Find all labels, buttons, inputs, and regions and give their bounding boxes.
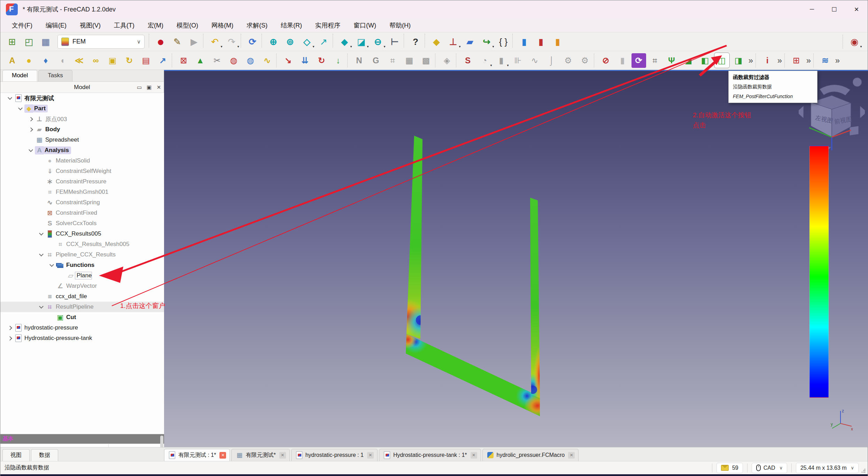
element-fluid-button[interactable]: ▤ (138, 53, 154, 68)
placement-button[interactable]: ⊥ ▾ (445, 34, 461, 49)
post-clip-red-button[interactable]: ⊞ (789, 53, 804, 68)
expander-icon[interactable] (37, 230, 45, 238)
element-rotation-button[interactable]: ↻ (122, 53, 137, 68)
expander-icon[interactable] (47, 240, 56, 248)
tab-data[interactable]: 数据 (31, 449, 58, 461)
whats-this-button[interactable]: ? (408, 34, 424, 49)
tree-item-solverccxtools[interactable]: SolverCcxTools (0, 218, 164, 229)
fem-analysis-button[interactable]: A (5, 53, 20, 68)
expander-icon[interactable] (37, 178, 45, 185)
panel-minimize-icon[interactable]: ▭ (134, 84, 144, 90)
expander-icon[interactable] (26, 115, 35, 123)
undo-button[interactable]: ↶ ▾ (207, 34, 223, 49)
expander-icon[interactable] (58, 272, 66, 279)
menu-model[interactable]: 模型(O) (170, 19, 205, 32)
workbench-selector[interactable]: FEM ∨ (57, 35, 145, 49)
menu-mesh[interactable]: 网格(M) (205, 19, 240, 32)
menu-tools[interactable]: 工具(T) (107, 19, 141, 32)
post-pipeline-button[interactable]: ⌗ (647, 53, 663, 68)
fit-selection-button[interactable]: ⊚ (282, 34, 298, 49)
mdi-tab-macro[interactable]: hydrolic_pressuer.FCMacro ✕ (482, 449, 579, 461)
material-solid-button[interactable]: ● (21, 53, 37, 68)
tab-view[interactable]: 视图 (2, 449, 30, 461)
constraint-tie-button[interactable]: ↓ (331, 53, 346, 68)
menu-macro[interactable]: 宏(M) (141, 19, 170, 32)
box-selection-button[interactable]: ◪ ▾ (354, 34, 369, 49)
mdi-tab-hydrostatic-pressure-tank[interactable]: Hydrostatic-pressure-tank : 1* ✕ (379, 449, 481, 461)
panel-float-icon[interactable]: ▣ (144, 84, 154, 90)
tree-item-cut[interactable]: Cut (0, 312, 164, 323)
clip-view-off-button[interactable]: ▮ (533, 34, 549, 49)
tree-item-constraintspring[interactable]: ConstraintSpring (0, 197, 164, 208)
file-new-button[interactable]: ⊞ (5, 34, 20, 49)
close-icon[interactable]: ✕ (219, 452, 226, 459)
notifications-button[interactable]: 59 (716, 463, 743, 473)
post-waves-info-button[interactable]: ≋ (817, 53, 833, 68)
tree-item-fem-test-doc[interactable]: 有限元测试 (0, 93, 164, 103)
clip-plane-button[interactable]: ↗ (316, 34, 332, 49)
constraint-section-button[interactable]: ✂ (209, 53, 225, 68)
mesh-netgen-button[interactable]: N (351, 53, 367, 68)
clip-view-blue-button[interactable]: ▮ (517, 34, 532, 49)
solver-run-button[interactable]: ∿ (527, 53, 543, 68)
menu-results[interactable]: 结果(R) (274, 19, 309, 32)
solver-elmer-button[interactable]: ◔ ▾ (477, 53, 493, 68)
load-arrows-button[interactable]: ⇊ (297, 53, 313, 68)
tree-item-part[interactable]: Part (0, 103, 164, 114)
constraint-self-weight-button[interactable]: ↘ (280, 53, 296, 68)
constraint-flow-button[interactable]: ↗ (155, 53, 171, 68)
panel-close-icon[interactable]: ✕ (154, 84, 164, 90)
texture-view-button[interactable]: ▮ (550, 34, 566, 49)
tree-item-origin003[interactable]: 原点003 (0, 114, 164, 124)
file-open-button[interactable]: ◰ (21, 34, 37, 49)
post-scalar-clip-button[interactable]: ◧ (697, 53, 713, 68)
expression-editor-button[interactable]: { } (496, 34, 511, 49)
nav-cube-left-face-label[interactable]: 左视图 (815, 114, 834, 125)
draw-style-button[interactable]: ◆ ▾ (337, 34, 352, 49)
expander-icon[interactable] (37, 209, 45, 217)
fem-post-filter-cut-function-button[interactable]: ◫ (714, 53, 730, 68)
mesh-group-button[interactable]: ▦ (402, 53, 417, 68)
solver-controls-button[interactable]: ⊪ (510, 53, 526, 68)
measure-button[interactable]: ⊢ (387, 34, 403, 49)
tree-item-femmeshgmsh001[interactable]: FEMMeshGmsh001 (0, 187, 164, 197)
refresh-button[interactable]: ⟳ (245, 34, 261, 49)
constraint-spring-button[interactable]: ∿ (259, 53, 275, 68)
3d-viewport[interactable]: 左视图 前视图 z y x (164, 70, 868, 447)
material-fluid-button[interactable]: ♦ (38, 53, 54, 68)
tree-item-spreadsheet[interactable]: Spreadsheet (0, 135, 164, 145)
dock-tab-tasks[interactable]: Tasks (38, 70, 72, 81)
expander-icon[interactable] (37, 167, 45, 175)
export-button[interactable]: ↪ ▾ (479, 34, 495, 49)
expander-icon[interactable] (37, 251, 45, 259)
menu-solve[interactable]: 求解(S) (240, 19, 274, 32)
post-branch-button[interactable]: Ψ (664, 53, 680, 68)
expander-icon[interactable] (26, 126, 35, 133)
mesh-gmsh-button[interactable]: G (368, 53, 384, 68)
constraint-pressure-button[interactable]: ◍ (243, 53, 258, 68)
minimize-button[interactable]: ─ (801, 0, 823, 18)
tree-item-ccx-results-mesh005[interactable]: CCX_Results_Mesh005 (0, 239, 164, 249)
fit-all-button[interactable]: ⊕ (266, 34, 281, 49)
menu-help[interactable]: 帮助(H) (383, 19, 417, 32)
close-icon[interactable]: ✕ (367, 452, 374, 459)
menu-window[interactable]: 窗口(W) (347, 19, 383, 32)
menu-file[interactable]: 文件(F) (5, 19, 39, 32)
menu-utilities[interactable]: 实用程序 (309, 19, 347, 32)
dock-tab-model[interactable]: Model (2, 70, 37, 81)
constraint-centrif-button[interactable]: ↻ (314, 53, 330, 68)
macro-play-button[interactable]: ▶ (186, 34, 202, 49)
expander-icon[interactable] (37, 303, 45, 311)
post-data-along-line-button[interactable]: ◢ (681, 53, 696, 68)
navigation-cluster-button[interactable]: ◉ ▾ (847, 34, 862, 49)
tree-item-pipeline-ccx-results[interactable]: Pipeline_CCX_Results (0, 249, 164, 260)
close-icon[interactable]: ✕ (568, 452, 575, 459)
expander-icon[interactable] (47, 314, 56, 321)
tree-item-hydrostatic-pressure-tank-doc[interactable]: Hydrostatic-pressure-tank (0, 333, 164, 343)
part-utility-button[interactable]: ◆ (429, 34, 444, 49)
material-editor-button[interactable]: ◖ (55, 53, 70, 68)
tree-item-body[interactable]: Body (0, 124, 164, 135)
expander-icon[interactable] (37, 188, 45, 196)
tree-item-plane[interactable]: Plane (0, 270, 164, 281)
tree-item-analysis[interactable]: Analysis (0, 145, 164, 156)
